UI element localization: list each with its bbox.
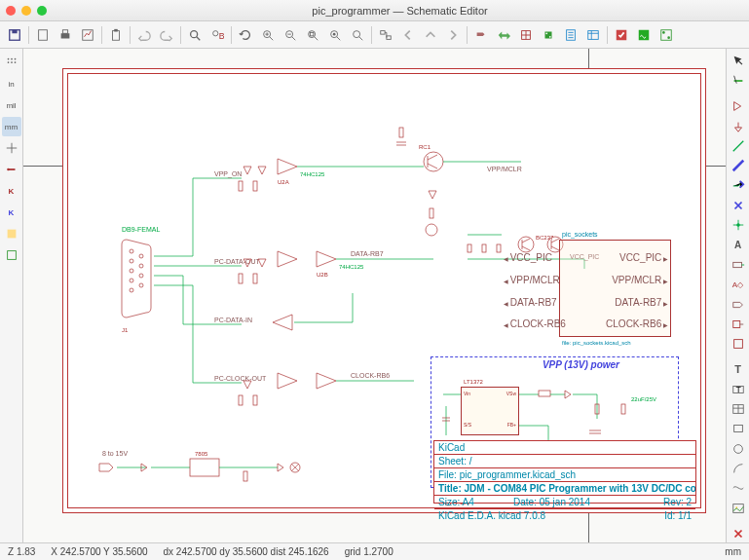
svg-text:7805: 7805 xyxy=(195,451,208,457)
netclass-button[interactable] xyxy=(729,256,748,274)
zoom-in-button[interactable] xyxy=(257,24,279,46)
status-grid: grid 1.2700 xyxy=(345,546,393,557)
table-button[interactable] xyxy=(729,400,748,418)
svg-text:74HC125: 74HC125 xyxy=(300,171,325,177)
sheet-border: DB9-FEMAL J1 VPP_ON PC-DATA-OUT PC-DATA-… xyxy=(62,68,706,513)
sheet-button[interactable] xyxy=(729,335,748,353)
svg-text:8 to 15V: 8 to 15V xyxy=(102,450,128,457)
hidden-pins-button[interactable] xyxy=(2,160,21,179)
window-title: pic_programmer — Schematic Editor xyxy=(56,5,743,17)
plot-button[interactable] xyxy=(77,24,98,46)
place-wire-button[interactable] xyxy=(729,137,748,155)
place-power-button[interactable] xyxy=(729,118,748,135)
svg-rect-71 xyxy=(253,274,257,283)
select-tool-button[interactable] xyxy=(729,53,748,70)
nav-up-button[interactable] xyxy=(420,24,441,46)
k2-button[interactable]: K xyxy=(2,203,21,222)
rect-button[interactable] xyxy=(729,420,748,437)
svg-text:74HC125: 74HC125 xyxy=(339,264,364,270)
browse-symbols-button[interactable] xyxy=(515,24,537,46)
bom-button[interactable] xyxy=(560,24,581,46)
circle-button[interactable] xyxy=(729,440,748,458)
print-button[interactable] xyxy=(55,24,76,46)
svg-point-87 xyxy=(518,237,534,252)
svg-text:DB9-FEMAL: DB9-FEMAL xyxy=(122,226,160,233)
svg-rect-4 xyxy=(62,29,67,33)
schematic-canvas[interactable]: DB9-FEMAL J1 VPP_ON PC-DATA-OUT PC-DATA-… xyxy=(23,49,726,542)
sim-button[interactable] xyxy=(633,24,655,46)
minimize-icon[interactable] xyxy=(21,6,31,16)
status-dxy: dx 242.5700 dy 35.5600 dist 245.1626 xyxy=(164,546,329,557)
close-icon[interactable] xyxy=(6,6,16,16)
junction-button[interactable] xyxy=(729,216,748,234)
svg-rect-76 xyxy=(253,395,257,405)
pcb-button[interactable] xyxy=(655,24,677,46)
footprint-button[interactable] xyxy=(538,24,559,46)
label-button[interactable]: A xyxy=(729,237,748,254)
arc-button[interactable] xyxy=(729,460,748,477)
grid-toggle-button[interactable] xyxy=(2,53,21,72)
units-mm-button[interactable]: mm xyxy=(2,117,21,136)
svg-rect-25 xyxy=(588,30,599,39)
undo-button[interactable] xyxy=(133,24,155,46)
k1-button[interactable]: K xyxy=(2,181,21,201)
svg-point-37 xyxy=(7,168,10,171)
text-button[interactable]: T xyxy=(729,360,748,378)
units-in-button[interactable]: in xyxy=(2,74,21,93)
refresh-button[interactable] xyxy=(235,24,256,46)
zoom-fit-button[interactable] xyxy=(302,24,323,46)
svg-rect-94 xyxy=(243,471,247,481)
place-symbol-button[interactable] xyxy=(729,97,748,115)
zoom-out-button[interactable] xyxy=(280,24,301,46)
navigate-button[interactable] xyxy=(375,24,396,46)
image-button[interactable] xyxy=(729,500,748,517)
global-label-button[interactable]: A◇ xyxy=(729,276,748,293)
svg-text:VPP/MCLR: VPP/MCLR xyxy=(487,166,522,172)
find-button[interactable] xyxy=(184,24,206,46)
svg-text:PC-DATA-OUT: PC-DATA-OUT xyxy=(214,258,261,265)
svg-rect-70 xyxy=(239,274,243,283)
switch-button[interactable] xyxy=(470,24,492,46)
place-bus-button[interactable] xyxy=(729,157,748,174)
delete-button[interactable] xyxy=(729,525,748,542)
svg-point-35 xyxy=(11,61,13,63)
no-connect-button[interactable] xyxy=(729,197,748,214)
line-button[interactable] xyxy=(729,479,748,497)
svg-rect-47 xyxy=(733,426,742,432)
maximize-icon[interactable] xyxy=(37,6,47,16)
svg-rect-67 xyxy=(253,181,257,191)
nav-fwd-button[interactable] xyxy=(442,24,464,46)
svg-rect-21 xyxy=(545,31,552,38)
units-mil-button[interactable]: mil xyxy=(2,95,21,115)
hier-sheet[interactable]: pic_sockets ◀ VCC_PIC VCC_PIC ▶ ◀ VPP/MC… xyxy=(559,240,671,337)
nav-back-button[interactable] xyxy=(397,24,419,46)
save-button[interactable] xyxy=(4,24,25,46)
bus-entry-button[interactable] xyxy=(729,177,748,195)
zoom-selection-button[interactable] xyxy=(347,24,368,46)
textbox-button[interactable]: T xyxy=(729,381,748,398)
sheet-setup-button[interactable] xyxy=(32,24,54,46)
fields-button[interactable] xyxy=(582,24,604,46)
svg-point-34 xyxy=(7,61,9,63)
titleblock: KiCad Sheet: / File: pic_programmer.kica… xyxy=(433,440,696,504)
svg-point-53 xyxy=(130,249,133,253)
svg-point-48 xyxy=(733,444,742,453)
hier-label-button[interactable] xyxy=(729,296,748,314)
erc-button[interactable] xyxy=(611,24,632,46)
svg-rect-110 xyxy=(539,391,550,396)
zoom-objects-button[interactable] xyxy=(324,24,346,46)
cursor-button[interactable] xyxy=(2,138,21,158)
redo-button[interactable] xyxy=(156,24,177,46)
paste-button[interactable] xyxy=(105,24,127,46)
svg-point-79 xyxy=(424,152,443,171)
e-button[interactable] xyxy=(2,224,21,243)
o-button[interactable] xyxy=(2,245,21,265)
svg-point-29 xyxy=(662,31,665,34)
svg-rect-43 xyxy=(733,340,742,349)
sheet-pin-button[interactable] xyxy=(729,316,748,333)
symbol-editor-button[interactable] xyxy=(493,24,514,46)
svg-point-58 xyxy=(139,254,143,258)
replace-button[interactable]: B xyxy=(206,24,228,46)
highlight-tool-button[interactable] xyxy=(729,72,748,90)
svg-point-59 xyxy=(139,264,143,268)
